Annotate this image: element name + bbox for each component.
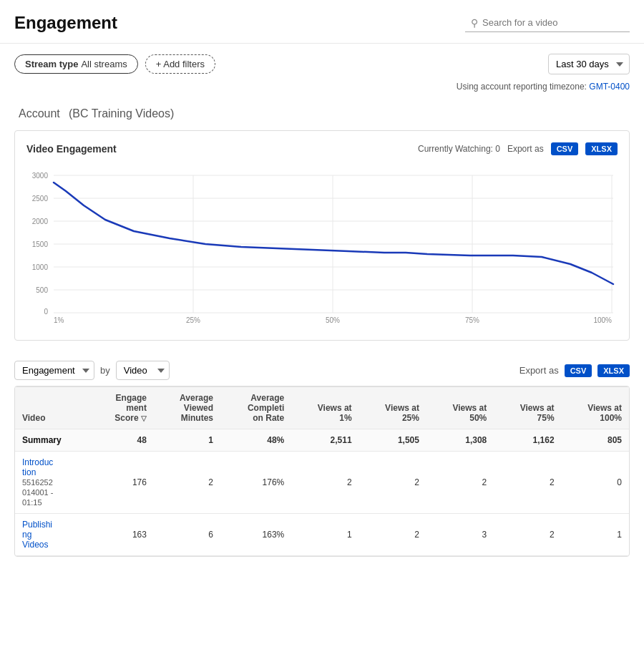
summary-views-75: 1,162: [494, 429, 561, 452]
col-views-50: Views at50%: [426, 387, 494, 429]
chart-meta: Currently Watching: 0 Export as CSV XLSX: [418, 142, 618, 155]
add-filters-label: + Add filters: [156, 59, 205, 69]
col-views-25: Views at25%: [359, 387, 426, 429]
timezone-link[interactable]: GMT-0400: [589, 82, 630, 92]
table-export-xlsx-button[interactable]: XLSX: [597, 364, 630, 377]
chart-header: Video Engagement Currently Watching: 0 E…: [26, 142, 618, 155]
page-header: Engagement ⚲: [0, 0, 644, 44]
row2-avg-viewed: 6: [154, 514, 220, 556]
search-input[interactable]: [482, 17, 624, 28]
video-link-publishing[interactable]: PublishingVideos: [22, 520, 52, 550]
chart-export-xlsx-button[interactable]: XLSX: [585, 142, 618, 155]
summary-row: Summary 48 1 48% 2,511 1,505 1,308 1,162…: [15, 429, 629, 452]
engagement-chart: 3000 2500 2000 1500 1000 500 0 1%: [26, 164, 620, 328]
row1-views-1: 2: [291, 452, 358, 514]
table-export-label: Export as: [519, 365, 559, 376]
table-controls-right: Export as CSV XLSX: [519, 364, 630, 377]
summary-label: Summary: [15, 429, 89, 452]
account-heading: Account (BC Training Videos): [0, 97, 644, 130]
svg-text:50%: 50%: [326, 316, 340, 324]
row1-engagement: 176: [89, 452, 154, 514]
summary-engagement-score: 48: [89, 429, 154, 452]
summary-avg-completion: 48%: [220, 429, 291, 452]
video-cell-publishing: PublishingVideos: [15, 514, 89, 556]
add-filters-button[interactable]: + Add filters: [145, 54, 215, 74]
col-views-100: Views at100%: [562, 387, 629, 429]
summary-views-100: 805: [562, 429, 629, 452]
sort-arrow-engagement: ▽: [141, 414, 147, 422]
by-label: by: [100, 365, 110, 376]
filters-left: Stream type All streams + Add filters: [14, 54, 215, 74]
summary-views-25: 1,505: [359, 429, 426, 452]
row2-avg-completion: 163%: [220, 514, 291, 556]
stream-type-value: All streams: [81, 59, 127, 69]
date-range-wrapper: Last 30 days Last 7 days Last 90 days Cu…: [548, 54, 630, 74]
search-box[interactable]: ⚲: [465, 14, 630, 32]
account-title: Account: [19, 107, 60, 120]
svg-text:2500: 2500: [32, 195, 49, 203]
col-avg-completion: AverageCompletion Rate: [220, 387, 291, 429]
col-avg-viewed-min: AverageViewedMinutes: [154, 387, 220, 429]
stream-type-label: Stream type: [25, 59, 78, 69]
chart-export-csv-button[interactable]: CSV: [551, 142, 579, 155]
page-title: Engagement: [14, 13, 117, 33]
table-export-csv-button[interactable]: CSV: [565, 364, 592, 377]
row1-views-100: 0: [562, 452, 629, 514]
svg-text:2000: 2000: [32, 218, 49, 225]
row1-avg-completion: 176%: [220, 452, 291, 514]
account-subtitle: (BC Training Videos): [69, 107, 174, 120]
row2-views-75: 2: [494, 514, 561, 556]
summary-avg-viewed-min: 1: [154, 429, 220, 452]
chart-area: 3000 2500 2000 1500 1000 500 0 1%: [26, 164, 618, 328]
col-video: Video: [15, 387, 89, 429]
table-row: Introduction 5516252014001 -01:15 176 2 …: [15, 452, 629, 514]
svg-text:1500: 1500: [32, 240, 49, 248]
row1-avg-viewed: 2: [154, 452, 220, 514]
table-controls: Engagement Views by Video Player Export …: [0, 352, 644, 386]
svg-text:100%: 100%: [593, 316, 612, 324]
svg-text:0: 0: [44, 308, 48, 316]
table-controls-left: Engagement Views by Video Player: [14, 361, 170, 380]
export-as-label: Export as: [507, 144, 544, 154]
col-views-1: Views at1%: [291, 387, 358, 429]
table-row: PublishingVideos 163 6 163% 1 2 3 2 1: [15, 514, 629, 556]
svg-text:1%: 1%: [54, 316, 64, 324]
summary-views-50: 1,308: [426, 429, 494, 452]
stream-type-filter[interactable]: Stream type All streams: [14, 54, 138, 74]
search-icon: ⚲: [471, 17, 478, 29]
row1-views-25: 2: [359, 452, 426, 514]
data-table-wrapper: Video EngagementScore ▽ AverageViewedMin…: [14, 386, 630, 557]
summary-views-1: 2,511: [291, 429, 358, 452]
engagement-table: Video EngagementScore ▽ AverageViewedMin…: [15, 386, 629, 556]
svg-text:500: 500: [36, 286, 48, 294]
row2-views-50: 3: [426, 514, 494, 556]
dimension-select[interactable]: Video Player: [116, 361, 170, 380]
row2-views-100: 1: [562, 514, 629, 556]
row2-engagement: 163: [89, 514, 154, 556]
video-cell-introduction: Introduction 5516252014001 -01:15: [15, 452, 89, 514]
chart-title: Video Engagement: [26, 143, 117, 155]
timezone-row: Using account reporting timezone: GMT-04…: [0, 80, 644, 97]
svg-text:75%: 75%: [465, 316, 479, 324]
chart-card: Video Engagement Currently Watching: 0 E…: [14, 130, 630, 341]
timezone-prefix: Using account reporting timezone:: [457, 82, 587, 92]
row2-views-25: 2: [359, 514, 426, 556]
row1-views-75: 2: [494, 452, 561, 514]
date-range-select[interactable]: Last 30 days Last 7 days Last 90 days Cu…: [548, 54, 630, 74]
svg-text:25%: 25%: [186, 316, 200, 324]
col-engagement-score[interactable]: EngagementScore ▽: [89, 387, 154, 429]
metric-select[interactable]: Engagement Views: [14, 361, 94, 380]
filters-row: Stream type All streams + Add filters La…: [0, 44, 644, 80]
table-header-row: Video EngagementScore ▽ AverageViewedMin…: [15, 387, 629, 429]
row1-views-50: 2: [426, 452, 494, 514]
row2-views-1: 1: [291, 514, 358, 556]
svg-text:1000: 1000: [32, 263, 49, 271]
video-id-introduction: 5516252014001 -01:15: [22, 478, 53, 507]
currently-watching-label: Currently Watching: 0: [418, 144, 500, 154]
col-views-75: Views at75%: [494, 387, 561, 429]
svg-text:3000: 3000: [32, 172, 49, 180]
video-link-introduction[interactable]: Introduction: [22, 457, 53, 477]
